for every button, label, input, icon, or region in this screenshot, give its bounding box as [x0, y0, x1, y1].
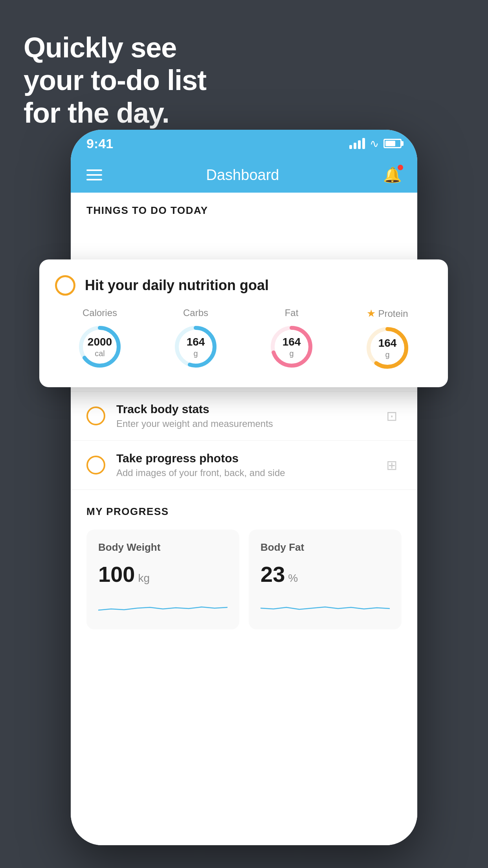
todo-subtitle-body-stats: Enter your weight and measurements	[116, 418, 371, 429]
nav-title: Dashboard	[206, 167, 279, 184]
todo-title-body-stats: Track body stats	[116, 403, 371, 416]
metric-carbs: Carbs 164 g	[172, 307, 219, 371]
body-fat-unit: %	[288, 572, 298, 585]
progress-header: MY PROGRESS	[86, 506, 402, 518]
todo-subtitle-photos: Add images of your front, back, and side	[116, 467, 371, 478]
progress-cards: Body Weight 100 kg Body Fat 23 %	[86, 530, 402, 629]
body-fat-number: 23	[261, 561, 285, 587]
todo-item-body-stats[interactable]: Track body stats Enter your weight and m…	[71, 392, 417, 441]
signal-icon	[349, 138, 365, 149]
hamburger-menu[interactable]	[86, 169, 102, 180]
todo-item-photos[interactable]: Take progress photos Add images of your …	[71, 441, 417, 490]
todo-text-body-stats: Track body stats Enter your weight and m…	[116, 403, 371, 429]
nutrition-metrics: Calories 2000 cal Carbs	[55, 307, 432, 371]
phone-shell: 9:41 ∿ Dashboard 🔔 THINGS TO DO TODAY	[71, 130, 417, 845]
carbs-unit: g	[187, 349, 205, 358]
body-weight-value-row: 100 kg	[98, 561, 227, 587]
fat-value: 164	[283, 335, 301, 349]
fat-donut: 164 g	[268, 323, 315, 370]
nutrition-check-circle[interactable]	[55, 275, 75, 296]
calories-unit: cal	[88, 349, 112, 358]
protein-value: 164	[378, 337, 397, 350]
status-bar: 9:41 ∿	[71, 130, 417, 157]
body-weight-unit: kg	[138, 572, 150, 585]
body-weight-title: Body Weight	[98, 541, 227, 554]
todo-circle-body-stats	[86, 406, 105, 425]
hero-line2: your to-do list	[24, 64, 206, 97]
nav-bar: Dashboard 🔔	[71, 157, 417, 193]
body-fat-chart	[261, 596, 390, 616]
person-icon: ⊞	[382, 457, 402, 473]
hero-text: Quickly see your to-do list for the day.	[24, 31, 206, 129]
calories-label: Calories	[83, 307, 117, 318]
scale-icon: ⊡	[382, 408, 402, 424]
nutrition-card-title: Hit your daily nutrition goal	[85, 277, 269, 294]
notification-dot	[398, 165, 403, 170]
fat-unit: g	[283, 349, 301, 358]
protein-label: Protein	[378, 308, 408, 319]
carbs-donut: 164 g	[172, 323, 219, 370]
metric-protein: ★ Protein 164 g	[364, 307, 411, 371]
hero-line3: for the day.	[24, 97, 206, 129]
progress-section: MY PROGRESS Body Weight 100 kg Body Fat	[71, 490, 417, 645]
protein-label-row: ★ Protein	[367, 307, 408, 320]
status-icons: ∿	[349, 137, 402, 150]
carbs-label: Carbs	[183, 307, 208, 318]
battery-icon	[383, 139, 402, 148]
todo-circle-photos	[86, 456, 105, 474]
metric-fat: Fat 164 g	[268, 307, 315, 371]
todo-title-photos: Take progress photos	[116, 452, 371, 465]
body-weight-number: 100	[98, 561, 135, 587]
wifi-icon: ∿	[370, 137, 379, 150]
status-time: 9:41	[86, 136, 113, 151]
floating-nutrition-card: Hit your daily nutrition goal Calories 2…	[39, 259, 448, 387]
protein-unit: g	[378, 350, 397, 359]
things-today-header: THINGS TO DO TODAY	[71, 193, 417, 224]
body-fat-title: Body Fat	[261, 541, 390, 554]
card-title-row: Hit your daily nutrition goal	[55, 275, 432, 296]
star-icon: ★	[367, 307, 376, 320]
body-weight-card[interactable]: Body Weight 100 kg	[86, 530, 239, 629]
bell-icon[interactable]: 🔔	[383, 166, 402, 184]
body-weight-chart	[98, 596, 227, 616]
calories-donut: 2000 cal	[76, 323, 123, 370]
body-fat-value-row: 23 %	[261, 561, 390, 587]
body-fat-card[interactable]: Body Fat 23 %	[249, 530, 402, 629]
hero-line1: Quickly see	[24, 31, 206, 64]
calories-value: 2000	[88, 335, 112, 349]
metric-calories: Calories 2000 cal	[76, 307, 123, 371]
todo-text-photos: Take progress photos Add images of your …	[116, 452, 371, 478]
fat-label: Fat	[285, 307, 299, 318]
carbs-value: 164	[187, 335, 205, 349]
protein-donut: 164 g	[364, 324, 411, 371]
